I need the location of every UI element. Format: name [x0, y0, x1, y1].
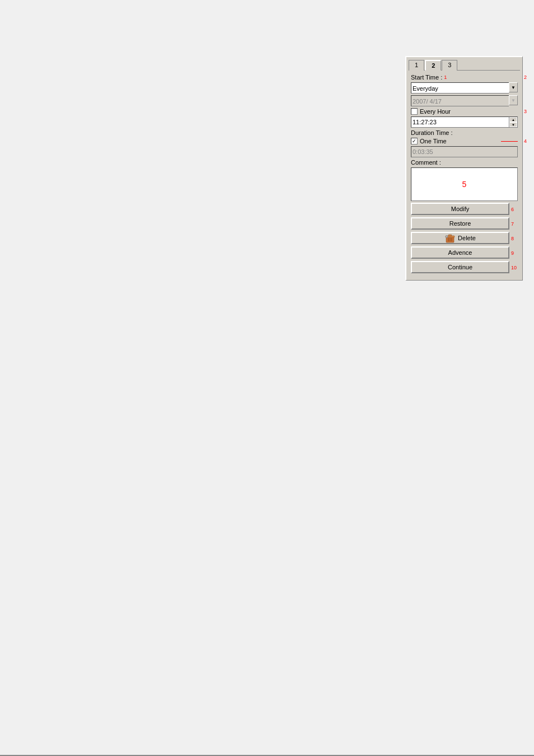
- delete-btn-row: Delete 8: [411, 232, 518, 245]
- section-4-number: 4: [524, 138, 527, 144]
- tab-row: 1 2 3: [409, 59, 520, 71]
- tab-2-label: 2: [432, 62, 435, 69]
- delete-label: Delete: [458, 235, 476, 241]
- tab-3[interactable]: 3: [442, 60, 457, 71]
- section-3-number: 3: [524, 109, 527, 114]
- start-time-label: Start Time :: [411, 74, 442, 81]
- comment-label-row: Comment :: [411, 159, 518, 166]
- continue-btn-row: Continue 10: [411, 261, 518, 274]
- every-hour-label: Every Hour: [420, 108, 451, 115]
- svg-point-7: [446, 236, 447, 237]
- continue-number: 10: [511, 265, 518, 270]
- panel-content: Start Time : 1 2 Everyday ▼ 2007/ 4/17 ▼…: [409, 72, 520, 278]
- comment-number: 5: [462, 180, 467, 189]
- section-2-number: 2: [524, 74, 527, 80]
- tab-1[interactable]: 1: [409, 60, 424, 71]
- everyday-dropdown-text[interactable]: Everyday: [411, 82, 509, 94]
- modify-btn-row: Modify 6: [411, 203, 518, 216]
- time-spinner-btns: ▲ ▼: [509, 116, 518, 128]
- main-panel: 1 2 3 Start Time : 1 2 Everyday ▼ 2007/ …: [405, 56, 523, 281]
- tab-1-label: 1: [415, 62, 418, 68]
- advance-label: Advence: [448, 249, 472, 256]
- continue-label: Continue: [448, 264, 472, 270]
- restore-label: Restore: [449, 220, 471, 227]
- modify-label: Modify: [451, 206, 469, 212]
- delete-button[interactable]: Delete: [411, 232, 509, 244]
- delete-btn-wrapper: Delete: [411, 232, 509, 245]
- time-spinner-down[interactable]: ▼: [509, 122, 517, 127]
- one-time-checkbox[interactable]: [411, 138, 418, 144]
- everyday-dropdown-btn[interactable]: ▼: [509, 82, 518, 92]
- tab-2[interactable]: 2: [425, 60, 441, 71]
- time-row: ▲ ▼: [411, 116, 518, 128]
- duration-time-row: Duration Time :: [411, 129, 518, 136]
- continue-button[interactable]: Continue: [411, 261, 509, 273]
- date-dropdown-btn: ▼: [509, 95, 518, 105]
- advance-button[interactable]: Advence: [411, 246, 509, 259]
- tab-3-label: 3: [448, 62, 451, 68]
- start-time-number: 1: [444, 74, 447, 80]
- everyday-dropdown-wrapper: Everyday ▼: [411, 82, 518, 94]
- duration-time-label: Duration Time :: [411, 129, 453, 136]
- everyday-row: Everyday ▼: [411, 82, 518, 94]
- delete-number: 8: [511, 236, 518, 241]
- time-input[interactable]: [411, 116, 509, 128]
- one-time-label: One Time: [420, 138, 447, 144]
- duration-value-row: [411, 146, 518, 157]
- advance-btn-wrapper: Advence: [411, 246, 509, 260]
- every-hour-checkbox[interactable]: [411, 108, 418, 115]
- comment-box-row: 5: [411, 167, 518, 201]
- time-spinner-wrapper: ▲ ▼: [411, 116, 518, 128]
- svg-rect-2: [448, 235, 452, 236]
- modify-button[interactable]: Modify: [411, 203, 509, 215]
- modify-number: 6: [511, 207, 518, 212]
- one-time-row: One Time 4: [411, 138, 518, 144]
- one-time-line: [501, 141, 518, 142]
- every-hour-row: Every Hour 3: [411, 108, 518, 115]
- advance-number: 9: [511, 250, 518, 256]
- advance-btn-row: Advence 9: [411, 246, 518, 260]
- duration-value-input: [411, 146, 518, 157]
- modify-btn-wrapper: Modify: [411, 203, 509, 216]
- delete-icon: [444, 233, 456, 243]
- date-dropdown-wrapper: 2007/ 4/17 ▼: [411, 95, 518, 106]
- start-time-row: Start Time : 1 2: [411, 74, 518, 81]
- restore-button[interactable]: Restore: [411, 217, 509, 230]
- continue-btn-wrapper: Continue: [411, 261, 509, 274]
- restore-btn-wrapper: Restore: [411, 217, 509, 231]
- restore-number: 7: [511, 221, 518, 227]
- date-dropdown-text: 2007/ 4/17: [411, 95, 509, 106]
- date-row: 2007/ 4/17 ▼: [411, 95, 518, 106]
- time-spinner-up[interactable]: ▲: [509, 117, 517, 122]
- restore-btn-row: Restore 7: [411, 217, 518, 231]
- comment-textarea[interactable]: 5: [411, 167, 518, 201]
- comment-label: Comment :: [411, 159, 441, 166]
